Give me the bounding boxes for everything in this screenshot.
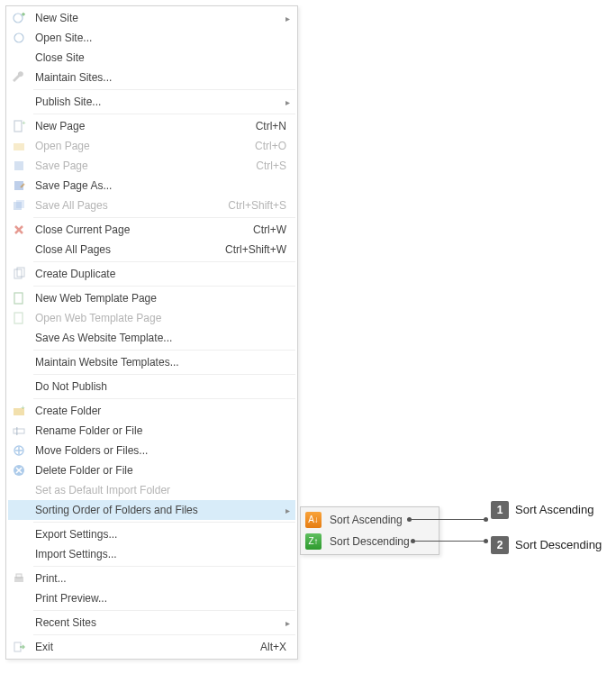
menu-separator bbox=[33, 114, 295, 114]
menu-item-save-page: Save PageCtrl+S bbox=[8, 156, 295, 176]
svg-rect-10 bbox=[16, 200, 24, 208]
svg-rect-18 bbox=[16, 427, 18, 435]
menu-item-open-web-template-page: Open Web Template Page bbox=[8, 308, 295, 328]
menu-item-label: Save All Pages bbox=[30, 199, 228, 212]
submenu-item-label: Sort Descending bbox=[324, 535, 433, 548]
svg-point-3 bbox=[14, 33, 23, 42]
blank-icon bbox=[8, 92, 30, 112]
menu-item-close-all-pages[interactable]: Close All PagesCtrl+Shift+W bbox=[8, 240, 295, 260]
menu-item-print[interactable]: Print... bbox=[8, 569, 295, 588]
svg-rect-7 bbox=[14, 161, 23, 170]
submenu-item-sort-ascending[interactable]: A↓Sort Ascending bbox=[303, 509, 437, 531]
menu-item-label: Save As Website Template... bbox=[30, 332, 292, 344]
blank-icon bbox=[8, 377, 30, 396]
menu-item-label: Open Page bbox=[30, 140, 255, 152]
menu-item-open-page: Open PageCtrl+O bbox=[8, 136, 295, 156]
delete-blue-icon bbox=[8, 460, 30, 480]
menu-item-label: Close All Pages bbox=[30, 243, 225, 256]
menu-separator bbox=[33, 286, 295, 287]
menu-item-maintain-website-templates[interactable]: Maintain Website Templates... bbox=[8, 352, 295, 372]
menu-item-shortcut: Ctrl+S bbox=[256, 159, 292, 172]
menu-item-rename-folder-file[interactable]: Rename Folder or File bbox=[8, 421, 295, 441]
duplicate-icon bbox=[8, 264, 30, 284]
menu-item-label: Rename Folder or File bbox=[30, 424, 292, 437]
chevron-right-icon: ▸ bbox=[283, 97, 292, 107]
menu-item-create-duplicate[interactable]: Create Duplicate bbox=[8, 264, 295, 284]
menu-item-sorting-order[interactable]: Sorting Order of Folders and Files▸ bbox=[8, 500, 295, 520]
blank-icon bbox=[8, 48, 30, 68]
menu-item-open-site[interactable]: Open Site... bbox=[8, 28, 295, 48]
menu-separator bbox=[33, 374, 295, 375]
menu-item-label: Import Settings... bbox=[30, 548, 292, 560]
printer-icon bbox=[8, 569, 30, 588]
menu-item-label: Sorting Order of Folders and Files bbox=[30, 504, 283, 516]
menu-item-label: Move Folders or Files... bbox=[30, 444, 292, 457]
submenu-item-sort-descending[interactable]: Z↑Sort Descending bbox=[303, 531, 437, 552]
sorting-submenu: A↓Sort AscendingZ↑Sort Descending bbox=[300, 506, 439, 555]
menu-item-label: Save Page As... bbox=[30, 179, 292, 192]
blank-icon bbox=[8, 240, 30, 260]
menu-item-label: Print... bbox=[30, 572, 292, 585]
menu-item-new-page[interactable]: +New PageCtrl+N bbox=[8, 116, 295, 136]
menu-item-move-folders-files[interactable]: Move Folders or Files... bbox=[8, 441, 295, 460]
svg-rect-4 bbox=[14, 121, 22, 132]
disk-pencil-icon bbox=[8, 176, 30, 196]
menu-separator bbox=[33, 217, 295, 218]
menu-item-shortcut: Ctrl+Shift+W bbox=[225, 243, 292, 256]
menu-item-recent-sites[interactable]: Recent Sites▸ bbox=[8, 613, 295, 633]
callout-number-1: 1 bbox=[491, 501, 509, 519]
svg-text:+: + bbox=[22, 119, 26, 127]
menu-item-label: Do Not Publish bbox=[30, 380, 292, 393]
menu-item-print-preview[interactable]: Print Preview... bbox=[8, 588, 295, 608]
menu-separator bbox=[33, 350, 295, 351]
blank-icon bbox=[8, 500, 30, 520]
menu-item-label: Exit bbox=[30, 641, 260, 653]
menu-item-new-web-template-page[interactable]: New Web Template Page bbox=[8, 288, 295, 308]
menu-item-import-settings[interactable]: Import Settings... bbox=[8, 544, 295, 564]
menu-item-save-page-as[interactable]: Save Page As... bbox=[8, 176, 295, 196]
menu-separator bbox=[33, 398, 295, 399]
exit-icon bbox=[8, 637, 30, 657]
move-icon bbox=[8, 441, 30, 460]
chevron-right-icon: ▸ bbox=[283, 618, 292, 628]
menu-item-new-site[interactable]: New Site▸ bbox=[8, 8, 295, 28]
blank-icon bbox=[8, 328, 30, 348]
menu-item-shortcut: Alt+X bbox=[260, 641, 292, 653]
menu-item-exit[interactable]: ExitAlt+X bbox=[8, 637, 295, 657]
svg-rect-14 bbox=[14, 313, 23, 323]
menu-item-shortcut: Ctrl+W bbox=[253, 223, 292, 236]
menu-item-shortcut: Ctrl+N bbox=[256, 120, 292, 132]
blank-icon bbox=[8, 352, 30, 372]
menu-item-label: Publish Site... bbox=[30, 96, 283, 108]
blank-icon bbox=[8, 544, 30, 564]
menu-item-save-as-website-template[interactable]: Save As Website Template... bbox=[8, 328, 295, 348]
disk-icon bbox=[8, 156, 30, 176]
menu-item-label: Maintain Website Templates... bbox=[30, 356, 292, 369]
menu-item-label: Export Settings... bbox=[30, 528, 292, 541]
blank-icon bbox=[8, 480, 30, 500]
svg-rect-13 bbox=[14, 293, 23, 304]
menu-item-label: Print Preview... bbox=[30, 592, 292, 605]
menu-item-create-folder[interactable]: +Create Folder bbox=[8, 401, 295, 421]
menu-separator bbox=[33, 566, 295, 567]
svg-rect-17 bbox=[14, 429, 24, 433]
page-folder-icon bbox=[8, 136, 30, 156]
blank-icon bbox=[8, 588, 30, 608]
menu-item-label: New Page bbox=[30, 120, 256, 132]
menu-item-do-not-publish[interactable]: Do Not Publish bbox=[8, 377, 295, 396]
menu-item-set-default-import-folder: Set as Default Import Folder bbox=[8, 480, 295, 500]
menu-item-label: Open Web Template Page bbox=[30, 312, 292, 324]
menu-item-publish-site[interactable]: Publish Site...▸ bbox=[8, 92, 295, 112]
menu-separator bbox=[33, 634, 295, 635]
menu-item-close-site[interactable]: Close Site bbox=[8, 48, 295, 68]
menu-item-label: Maintain Sites... bbox=[30, 71, 292, 84]
callout-label-1: Sort Ascending bbox=[515, 503, 593, 516]
menu-item-export-settings[interactable]: Export Settings... bbox=[8, 524, 295, 544]
callout-label-2: Sort Descending bbox=[515, 538, 602, 551]
menu-item-label: Recent Sites bbox=[30, 616, 283, 629]
globe-open-icon bbox=[8, 28, 30, 48]
menu-item-delete-folder-file[interactable]: Delete Folder or File bbox=[8, 460, 295, 480]
menu-item-close-current-page[interactable]: Close Current PageCtrl+W bbox=[8, 220, 295, 240]
menu-item-maintain-sites[interactable]: Maintain Sites... bbox=[8, 68, 295, 87]
page-plus-icon: + bbox=[8, 116, 30, 136]
